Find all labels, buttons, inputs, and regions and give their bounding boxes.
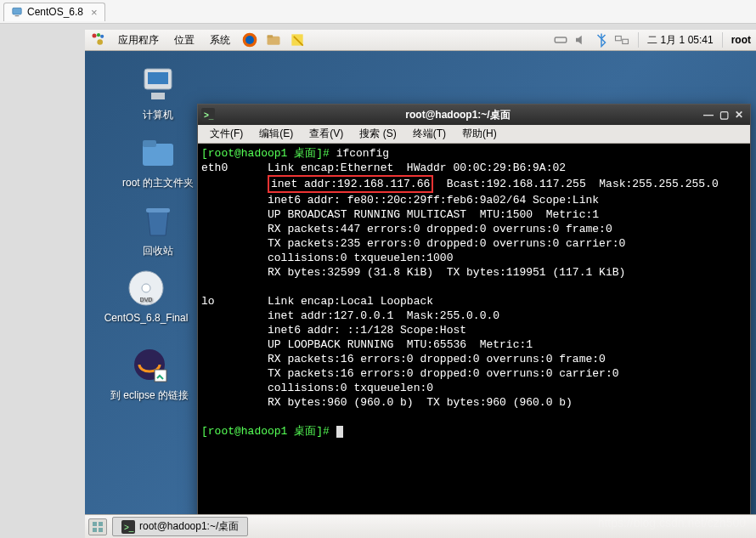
desktop-icon-label: 计算机 [107,108,209,122]
menu-applications[interactable]: 应用程序 [111,31,166,50]
svg-point-21 [142,284,150,292]
file-manager-icon[interactable] [265,31,282,48]
computer-icon [138,64,178,105]
terminal-icon: >_ [201,108,215,122]
desktop-icon-label: CentOS_6.8_Final [95,312,197,324]
terminal-window: >_ root@hadoop1:~/桌面 — ▢ ✕ 文件(F) 编辑(E) 查… [197,104,751,522]
svg-point-2 [93,34,97,38]
guest-screen: 应用程序 位置 系统 二 1月 1 05:41 root [85,30,756,538]
output-line: RX packets:447 errors:0 dropped:0 overru… [201,223,612,235]
output-line: collisions:0 txqueuelen:0 [201,382,433,394]
svg-rect-28 [99,522,103,526]
menu-view[interactable]: 查看(V) [302,125,350,143]
taskbar-button-terminal[interactable]: >_ root@hadoop1:~/桌面 [112,517,248,536]
svg-rect-0 [13,8,22,14]
vm-viewport: 应用程序 位置 系统 二 1月 1 05:41 root [0,24,756,538]
terminal-titlebar[interactable]: >_ root@hadoop1:~/桌面 — ▢ ✕ [198,105,750,125]
menu-edit[interactable]: 编辑(E) [252,125,300,143]
output-line: inet6 addr: ::1/128 Scope:Host [201,324,466,337]
desktop-icon-computer[interactable]: 计算机 [107,64,209,122]
desktop-icon-trash[interactable]: 回收站 [107,200,209,258]
svg-point-5 [97,39,103,45]
svg-rect-29 [93,528,97,532]
menu-help[interactable]: 帮助(H) [455,125,504,143]
eclipse-icon [129,344,170,385]
desktop[interactable]: 计算机 root 的主文件夹 回收站 DVD CentOS_6.8_Final [85,51,756,514]
output-line: inet addr:127.0.0.1 Mask:255.0.0.0 [201,309,499,322]
svg-rect-16 [151,93,165,99]
gnome-foot-icon [90,31,107,48]
separator [638,32,639,48]
home-folder-icon [138,132,178,173]
taskbar-button-label: root@hadoop1:~/桌面 [139,519,239,534]
svg-rect-1 [15,15,20,16]
output-line: Bcast:192.168.117.255 Mask:255.255.255.0 [433,178,718,190]
svg-rect-30 [99,528,103,532]
svg-point-7 [245,36,254,44]
desktop-icon-home[interactable]: root 的主文件夹 [107,132,209,190]
svg-text:>_: >_ [124,523,134,532]
svg-text:DVD: DVD [140,297,153,303]
svg-rect-11 [556,37,567,42]
show-desktop-button[interactable] [88,518,107,535]
output-line: eth0 Link encap:Ethernet HWaddr 00:0C:29… [201,161,566,174]
svg-text:>_: >_ [204,110,214,120]
output-line: UP BROADCAST RUNNING MULTICAST MTU:1500 … [201,208,599,221]
prompt: [root@hadoop1 桌面]# [201,147,336,160]
terminal-body[interactable]: [root@hadoop1 桌面]# ifconfig eth0 Link en… [198,144,750,521]
notes-icon[interactable] [289,31,306,48]
output-line: collisions:0 txqueuelen:1000 [201,252,453,264]
maximize-button[interactable]: ▢ [716,108,731,122]
output-line: UP LOOPBACK RUNNING MTU:65536 Metric:1 [201,338,533,351]
output-line: inet6 addr: fe80::20c:29ff:feb6:9a02/64 … [201,194,599,207]
svg-rect-15 [148,72,168,84]
svg-rect-9 [268,35,274,37]
close-tab-icon[interactable]: × [91,6,98,19]
separator [722,32,723,48]
minimize-button[interactable]: — [701,108,716,122]
dvd-icon: DVD [126,268,166,309]
terminal-menubar: 文件(F) 编辑(E) 查看(V) 搜索 (S) 终端(T) 帮助(H) [198,125,750,144]
svg-rect-13 [623,39,629,43]
close-button[interactable]: ✕ [731,108,747,122]
network-icon[interactable] [614,32,629,48]
prompt: [root@hadoop1 桌面]# [201,425,336,438]
svg-rect-27 [93,522,97,526]
output-line: lo Link encap:Local Loopback [201,295,433,308]
user-menu[interactable]: root [731,34,751,46]
desktop-icon-label: root 的主文件夹 [107,176,209,190]
vm-icon [11,6,23,18]
menu-places[interactable]: 位置 [167,31,201,50]
vm-tab-centos[interactable]: CentOS_6.8 × [3,3,105,21]
gnome-bottom-panel: >_ root@hadoop1:~/桌面 [85,514,756,538]
menu-search[interactable]: 搜索 (S) [353,125,403,143]
svg-rect-19 [146,208,170,212]
svg-rect-18 [143,140,156,147]
clock-text[interactable]: 二 1月 1 05:41 [647,33,713,48]
menu-system[interactable]: 系统 [203,31,237,50]
vm-tab-label: CentOS_6.8 [27,6,83,18]
bluetooth-icon[interactable] [594,32,609,48]
menu-terminal[interactable]: 终端(T) [406,125,453,143]
terminal-title: root@hadoop1:~/桌面 [215,108,701,122]
firefox-icon[interactable] [241,31,258,48]
svg-point-4 [100,35,104,38]
command-text: ifconfig [336,147,389,160]
svg-point-3 [97,33,100,37]
show-desktop-icon [92,521,104,533]
outer-tab-bar: CentOS_6.8 × [0,0,756,24]
output-line: RX packets:16 errors:0 dropped:0 overrun… [201,353,606,365]
terminal-task-icon: >_ [121,520,135,534]
trash-icon [138,200,178,241]
volume-icon[interactable] [573,32,589,48]
inet-addr-highlight: inet addr:192.168.117.66 [268,175,433,193]
output-line: TX packets:235 errors:0 dropped:0 overru… [201,237,625,250]
output-line: RX bytes:32599 (31.8 KiB) TX bytes:11995… [201,266,625,279]
desktop-icon-eclipse-link[interactable]: 到 eclipse 的链接 [99,344,200,403]
drive-icon[interactable] [553,32,568,48]
svg-rect-12 [616,37,622,41]
menu-file[interactable]: 文件(F) [203,125,250,143]
desktop-icon-label: 回收站 [107,244,209,258]
gnome-top-panel: 应用程序 位置 系统 二 1月 1 05:41 root [85,30,756,51]
desktop-icon-dvd[interactable]: DVD CentOS_6.8_Final [95,268,197,324]
